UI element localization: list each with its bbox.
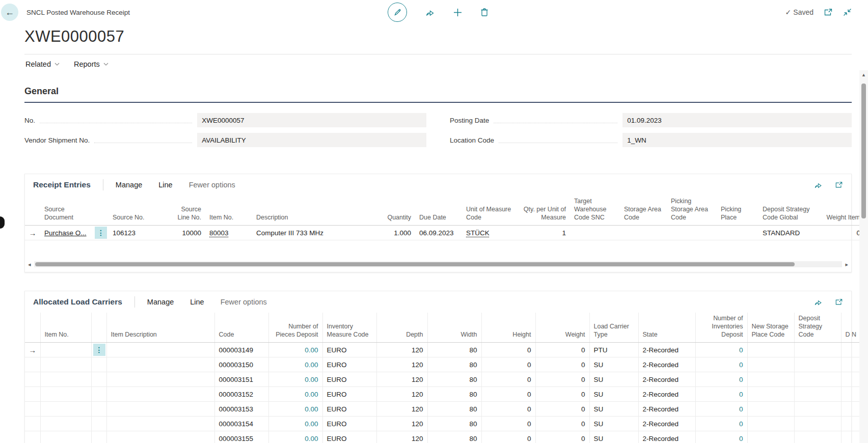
column-header-unit-of-measure-code[interactable]: Unit of Measure Code bbox=[462, 196, 516, 226]
column-header-quantity[interactable]: Quantity bbox=[371, 196, 415, 226]
column-header-item-no[interactable]: Item No. bbox=[205, 196, 252, 226]
open-in-window-button[interactable] bbox=[824, 8, 833, 16]
cell-number-of-inventories-deposit[interactable]: 0 bbox=[695, 431, 747, 443]
cell-new-storage-place-code[interactable] bbox=[747, 343, 794, 357]
alc-menu-fewer-options[interactable]: Fewer options bbox=[221, 298, 267, 306]
cell-item-no[interactable] bbox=[40, 343, 91, 357]
cell-partial-column[interactable] bbox=[841, 402, 861, 417]
cell-load-carrier-type[interactable]: SU bbox=[589, 417, 638, 431]
cell-item-no[interactable]: 80003 bbox=[205, 226, 252, 240]
cell-row-menu[interactable] bbox=[91, 431, 106, 443]
cell-qty-per-unit-of-measure[interactable]: 1 bbox=[516, 226, 570, 240]
field-value-no[interactable]: XWE0000057 bbox=[197, 113, 426, 127]
cell-item-no[interactable] bbox=[40, 402, 91, 417]
cell-item-description[interactable] bbox=[106, 357, 214, 372]
cell-number-of-pieces-deposit[interactable]: 0.00 bbox=[268, 343, 322, 357]
cell-inventory-measure-code[interactable]: EURO bbox=[322, 402, 376, 417]
scrollbar-thumb[interactable] bbox=[35, 262, 795, 266]
cell-number-of-inventories-deposit[interactable]: 0 bbox=[695, 372, 747, 387]
column-header-source-document[interactable]: Source Document bbox=[40, 196, 93, 226]
cell-weight-item[interactable]: 0 bbox=[816, 226, 864, 240]
cell-load-carrier-type[interactable]: SU bbox=[589, 402, 638, 417]
cell-row-menu[interactable] bbox=[91, 372, 106, 387]
cell-deposit-strategy-code[interactable] bbox=[794, 431, 841, 443]
field-value-location-code[interactable]: 1_WN bbox=[622, 133, 852, 147]
cell-due-date[interactable]: 06.09.2023 bbox=[415, 226, 462, 240]
cell-number-of-pieces-deposit[interactable]: 0.00 bbox=[268, 372, 322, 387]
cell-source-no[interactable]: 106123 bbox=[108, 226, 164, 240]
cell-picking-storage-area-code[interactable] bbox=[667, 226, 717, 240]
cell-weight[interactable]: 0 bbox=[535, 417, 589, 431]
cell-item-description[interactable] bbox=[106, 387, 214, 402]
cell-depth[interactable]: 120 bbox=[376, 357, 427, 372]
column-header-partial-column[interactable]: D N bbox=[841, 313, 861, 343]
column-header-description[interactable]: Description bbox=[252, 196, 371, 226]
cell-weight[interactable]: 0 bbox=[535, 343, 589, 357]
column-header-item-no[interactable]: Item No. bbox=[40, 313, 91, 343]
cell-height[interactable]: 0 bbox=[481, 372, 535, 387]
minimize-button[interactable] bbox=[843, 8, 852, 16]
cell-code[interactable]: 000003152 bbox=[214, 387, 268, 402]
cell-partial-column[interactable] bbox=[841, 417, 861, 431]
cell-partial-column[interactable] bbox=[841, 343, 861, 357]
column-header-width[interactable]: Width bbox=[427, 313, 481, 343]
cell-number-of-inventories-deposit[interactable]: 0 bbox=[695, 387, 747, 402]
share-button[interactable] bbox=[425, 8, 435, 17]
cell-width[interactable]: 80 bbox=[427, 357, 481, 372]
cell-code[interactable]: 000003149 bbox=[214, 343, 268, 357]
column-header-depth[interactable]: Depth bbox=[376, 313, 427, 343]
cell-partial-column[interactable] bbox=[841, 372, 861, 387]
field-value-posting-date[interactable]: 01.09.2023 bbox=[622, 113, 852, 127]
cell-load-carrier-type[interactable]: SU bbox=[589, 387, 638, 402]
column-header-weight[interactable]: Weight bbox=[535, 313, 589, 343]
open-in-window-button[interactable] bbox=[835, 298, 843, 306]
cell-item-description[interactable] bbox=[106, 372, 214, 387]
cell-new-storage-place-code[interactable] bbox=[747, 357, 794, 372]
scroll-up-arrow[interactable]: ▲ bbox=[859, 70, 868, 77]
cell-width[interactable]: 80 bbox=[427, 402, 481, 417]
delete-button[interactable] bbox=[480, 8, 489, 17]
cell-height[interactable]: 0 bbox=[481, 387, 535, 402]
back-button[interactable]: ← bbox=[1, 4, 18, 21]
alc-menu-line[interactable]: Line bbox=[190, 298, 204, 306]
edit-button[interactable] bbox=[388, 3, 407, 22]
cell-item-description[interactable] bbox=[106, 417, 214, 431]
open-in-window-button[interactable] bbox=[835, 181, 843, 189]
column-header-qty-per-unit-of-measure[interactable]: Qty. per Unit of Measure bbox=[516, 196, 570, 226]
share-button[interactable] bbox=[814, 298, 823, 306]
column-header-number-of-inventories-deposit[interactable]: Number of Inventories Deposit bbox=[695, 313, 747, 343]
cell-picking-place[interactable] bbox=[717, 226, 758, 240]
cell-width[interactable]: 80 bbox=[427, 417, 481, 431]
cell-deposit-strategy-code[interactable] bbox=[794, 343, 841, 357]
cell-state[interactable]: 2-Recorded bbox=[638, 343, 695, 357]
cell-target-warehouse-code-snc[interactable] bbox=[570, 226, 620, 240]
cell-new-storage-place-code[interactable] bbox=[747, 417, 794, 431]
cell-new-storage-place-code[interactable] bbox=[747, 372, 794, 387]
cell-item-description[interactable] bbox=[106, 402, 214, 417]
cell-load-carrier-type[interactable]: SU bbox=[589, 431, 638, 443]
cell-number-of-inventories-deposit[interactable]: 0 bbox=[695, 357, 747, 372]
cell-item-description[interactable] bbox=[106, 431, 214, 443]
cell-partial-column[interactable] bbox=[841, 387, 861, 402]
column-header-due-date[interactable]: Due Date bbox=[415, 196, 462, 226]
cell-source-document[interactable]: Purchase O... bbox=[40, 226, 93, 240]
horizontal-scrollbar[interactable]: ◂ ▸ bbox=[28, 260, 848, 269]
cell-depth[interactable]: 120 bbox=[376, 372, 427, 387]
cell-deposit-strategy-code[interactable] bbox=[794, 372, 841, 387]
column-header-new-storage-place-code[interactable]: New Storage Place Code bbox=[747, 313, 794, 343]
column-header-source-line-no[interactable]: Source Line No. bbox=[164, 196, 205, 226]
cell-height[interactable]: 0 bbox=[481, 417, 535, 431]
cell-number-of-pieces-deposit[interactable]: 0.00 bbox=[268, 357, 322, 372]
alc-menu-manage[interactable]: Manage bbox=[147, 298, 174, 306]
cell-weight[interactable]: 0 bbox=[535, 402, 589, 417]
share-button[interactable] bbox=[814, 181, 823, 189]
cell-item-no[interactable] bbox=[40, 357, 91, 372]
cell-height[interactable]: 0 bbox=[481, 431, 535, 443]
cell-inventory-measure-code[interactable]: EURO bbox=[322, 387, 376, 402]
cell-deposit-strategy-code[interactable] bbox=[794, 417, 841, 431]
menu-reports[interactable]: Reports bbox=[74, 60, 108, 68]
cell-load-carrier-type[interactable]: SU bbox=[589, 357, 638, 372]
receipt-menu-fewer-options[interactable]: Fewer options bbox=[189, 181, 235, 189]
cell-inventory-measure-code[interactable]: EURO bbox=[322, 417, 376, 431]
cell-number-of-pieces-deposit[interactable]: 0.00 bbox=[268, 402, 322, 417]
